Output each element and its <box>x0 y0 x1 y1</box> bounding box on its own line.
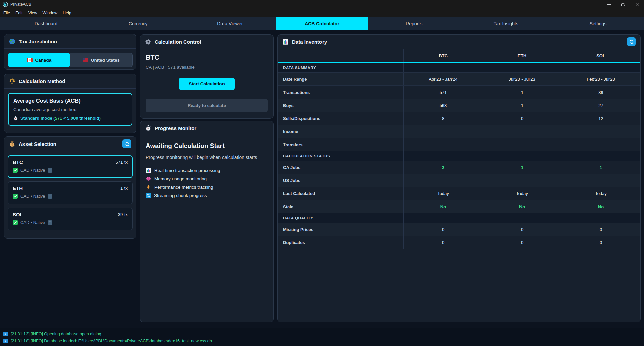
app-title: PrivateACB <box>10 2 31 7</box>
close-button[interactable] <box>630 0 644 9</box>
mode-count: 571 <box>55 116 62 121</box>
column-header-sol: SOL <box>561 49 640 62</box>
progress-monitor-title: Progress Monitor <box>155 125 196 131</box>
bar-chart-icon <box>282 39 289 45</box>
globe-icon <box>9 38 15 45</box>
stopwatch-icon <box>13 116 18 121</box>
section-row-data-summary: DATA SUMMARY <box>278 63 640 73</box>
table-row-stale: Stale No No No <box>278 200 640 213</box>
asset-selection-title: Asset Selection <box>19 141 56 147</box>
asset-meta: CAD • Native <box>20 220 45 225</box>
canada-flag-icon <box>27 58 33 62</box>
us-flag-icon <box>83 58 88 62</box>
menu-item-file[interactable]: File <box>1 11 13 15</box>
refresh-icon <box>146 193 151 198</box>
inventory-table: BTC ETH SOL DATA SUMMARY Date Range Apr'… <box>278 49 640 249</box>
asset-card-sol[interactable]: SOL 39 tx CAD • Native <box>8 208 133 230</box>
feature-performance: Performance metrics tracking <box>146 183 268 191</box>
info-icon[interactable] <box>48 194 52 199</box>
assets-refresh-button[interactable] <box>122 139 131 148</box>
tab-reports[interactable]: Reports <box>368 17 460 30</box>
data-inventory-header: Data Inventory <box>278 35 640 49</box>
column-header-eth: ETH <box>483 49 561 62</box>
table-row-transfers: Transfers — — — <box>278 138 640 151</box>
feature-realtime: Real-time transaction processing <box>146 166 268 175</box>
calculation-meta: CA | ACB | 571 available <box>146 65 268 70</box>
title-bar: PrivateACB <box>0 0 644 9</box>
moneybag-icon <box>9 141 15 147</box>
refresh-icon <box>125 141 130 147</box>
selected-asset-label: BTC <box>146 54 268 61</box>
data-inventory-title: Data Inventory <box>292 39 327 45</box>
inventory-refresh-button[interactable] <box>627 37 636 46</box>
asset-meta: CAD • Native <box>20 168 45 173</box>
calculation-status: Ready to calculate <box>146 99 268 112</box>
calculation-method-title: Calculation Method <box>19 78 65 84</box>
info-icon[interactable] <box>48 168 52 173</box>
asset-tx-count: 39 tx <box>118 212 128 217</box>
table-row-income: Income — — — <box>278 125 640 138</box>
feature-label: Real-time transaction processing <box>154 168 220 173</box>
progress-feature-list: Real-time transaction processing Memory … <box>146 166 268 200</box>
canada-button[interactable]: Canada <box>8 53 70 67</box>
log-line: [21:31:18] [INFO] Database loaded: E:\Us… <box>3 337 644 344</box>
menu-item-view[interactable]: View <box>26 11 40 15</box>
menu-item-edit[interactable]: Edit <box>13 11 26 15</box>
column-header-btc: BTC <box>404 49 483 62</box>
canada-label: Canada <box>35 58 52 63</box>
info-icon[interactable] <box>48 220 52 225</box>
table-row-sells: Sells/Dispositions 8 0 12 <box>278 112 640 125</box>
minimize-button[interactable] <box>602 0 616 9</box>
stopwatch-icon <box>145 125 151 131</box>
section-row-calculation-status: CALCULATION STATUS <box>278 151 640 161</box>
minimize-icon <box>607 3 611 6</box>
table-header-row: BTC ETH SOL <box>278 49 640 63</box>
tab-settings[interactable]: Settings <box>552 17 644 30</box>
tax-jurisdiction-title: Tax Jurisdiction <box>19 39 57 44</box>
tab-dashboard[interactable]: Dashboard <box>0 17 92 30</box>
info-icon <box>3 332 8 336</box>
progress-monitor-header: Progress Monitor <box>140 121 273 135</box>
progress-monitor-panel: Progress Monitor Awaiting Calculation St… <box>140 121 274 322</box>
asset-card-btc[interactable]: BTC 571 tx CAD • Native <box>8 155 133 178</box>
method-description: Canadian average cost method <box>13 107 127 112</box>
menu-bar: File Edit View Window Help <box>0 9 644 17</box>
tab-acb-calculator[interactable]: ACB Calculator <box>276 17 368 30</box>
united-states-button[interactable]: United States <box>70 53 132 67</box>
united-states-label: United States <box>91 58 120 63</box>
asset-selection-header: Asset Selection <box>4 137 136 151</box>
feature-streaming: Streaming chunk progress <box>146 191 268 200</box>
progress-description: Progress monitoring will begin when calc… <box>146 154 261 161</box>
jurisdiction-toggle: Canada United States <box>8 53 133 67</box>
tab-data-viewer[interactable]: Data Viewer <box>184 17 276 30</box>
table-row-ca-jobs: CA Jobs 2 1 1 <box>278 161 640 174</box>
section-row-data-quality: DATA QUALITY <box>278 213 640 223</box>
log-line: [21:31:13] [INFO] Opening database open … <box>3 330 644 337</box>
feature-memory: Memory usage monitoring <box>146 175 268 183</box>
menu-item-window[interactable]: Window <box>40 11 60 15</box>
asset-meta: CAD • Native <box>20 194 45 199</box>
log-text: [21:31:13] [INFO] Opening database open … <box>11 332 101 336</box>
window-controls <box>602 0 644 9</box>
table-row-missing-prices: Missing Prices 0 0 0 <box>278 223 640 236</box>
asset-card-eth[interactable]: ETH 1 tx CAD • Native <box>8 181 133 204</box>
feature-label: Streaming chunk progress <box>154 193 207 198</box>
restore-icon <box>621 3 625 6</box>
check-icon[interactable] <box>13 194 18 199</box>
calculation-control-header: Calculation Control <box>140 35 273 49</box>
tab-currency[interactable]: Currency <box>92 17 184 30</box>
asset-list: BTC 571 tx CAD • Native ETH 1 tx CAD • N… <box>4 151 136 230</box>
method-name: Average Cost Basis (ACB) <box>13 98 127 104</box>
menu-item-help[interactable]: Help <box>60 11 74 15</box>
refresh-icon <box>629 39 634 44</box>
tab-tax-insights[interactable]: Tax Insights <box>460 17 552 30</box>
method-card-acb[interactable]: Average Cost Basis (ACB) Canadian averag… <box>8 93 132 126</box>
calculation-method-panel: Calculation Method Average Cost Basis (A… <box>4 74 136 133</box>
data-inventory-panel: Data Inventory BTC ETH SOL DATA SUMMARY … <box>277 34 641 322</box>
asset-symbol: SOL <box>13 212 23 217</box>
bar-chart-icon <box>146 168 151 173</box>
check-icon[interactable] <box>13 220 18 225</box>
maximize-button[interactable] <box>616 0 630 9</box>
check-icon[interactable] <box>13 168 18 173</box>
start-calculation-button[interactable]: Start Calculation <box>179 78 235 90</box>
